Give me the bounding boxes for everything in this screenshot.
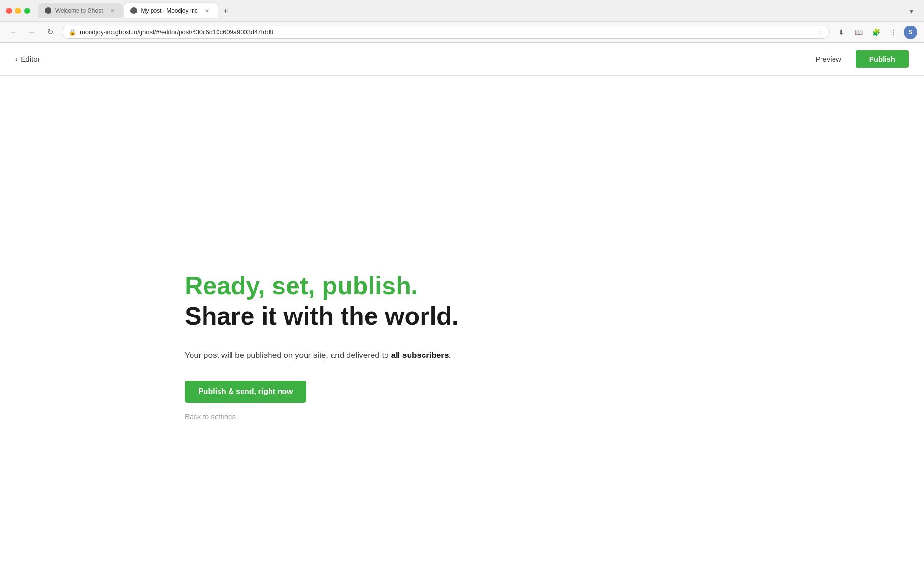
description-suffix: . <box>449 351 451 360</box>
extensions-icon[interactable]: 🧩 <box>869 26 883 39</box>
browser-menu-icon[interactable]: ⋮ <box>886 26 900 39</box>
address-bar: ← → ↻ 🔒 moodjoy-inc.ghost.io/ghost/#/edi… <box>0 21 924 42</box>
header-actions: Preview Publish <box>808 50 909 68</box>
maximize-button[interactable] <box>24 8 30 14</box>
browser-chrome: Welcome to Ghost ✕ My post - Moodjoy Inc… <box>0 0 924 43</box>
new-tab-button[interactable]: + <box>219 4 232 18</box>
title-bar: Welcome to Ghost ✕ My post - Moodjoy Inc… <box>0 0 924 21</box>
tabs-container: Welcome to Ghost ✕ My post - Moodjoy Inc… <box>38 3 918 18</box>
tab-2-close-icon[interactable]: ✕ <box>204 7 211 14</box>
tab-my-post[interactable]: My post - Moodjoy Inc ✕ <box>124 3 218 18</box>
publish-button[interactable]: Publish <box>856 50 909 68</box>
ghost-favicon-icon <box>45 7 51 14</box>
tab-list-button[interactable]: ▾ <box>905 4 918 18</box>
reload-button[interactable]: ↻ <box>43 26 57 39</box>
tab-2-label: My post - Moodjoy Inc <box>141 7 197 14</box>
description-text: Your post will be published on your site… <box>185 349 451 362</box>
tab-welcome-to-ghost[interactable]: Welcome to Ghost ✕ <box>38 3 123 18</box>
app-header: ‹ Editor Preview Publish <box>0 43 924 76</box>
bookmark-star-icon: ☆ <box>817 28 822 36</box>
tab-list-icon: ▾ <box>910 7 913 16</box>
close-button[interactable] <box>6 8 12 14</box>
url-text: moodjoy-inc.ghost.io/ghost/#/editor/post… <box>80 28 813 36</box>
description-prefix: Your post will be published on your site… <box>185 351 391 360</box>
window-controls <box>6 8 30 14</box>
tab-1-label: Welcome to Ghost <box>55 7 103 14</box>
minimize-button[interactable] <box>15 8 21 14</box>
bookmark-icon[interactable]: 📖 <box>852 26 865 39</box>
publish-send-button[interactable]: Publish & send, right now <box>185 381 306 403</box>
downloads-icon[interactable]: ⬇ <box>834 26 848 39</box>
editor-back-link[interactable]: ‹ Editor <box>15 55 40 64</box>
description-bold: all subscribers <box>391 351 449 360</box>
tab-1-close-icon[interactable]: ✕ <box>108 7 116 14</box>
back-nav-button[interactable]: ← <box>7 26 20 39</box>
headline-black: Share it with the world. <box>185 302 459 330</box>
address-actions: ⬇ 📖 🧩 ⋮ S <box>834 26 917 39</box>
url-bar[interactable]: 🔒 moodjoy-inc.ghost.io/ghost/#/editor/po… <box>62 26 830 39</box>
editor-back-label: Editor <box>21 55 39 63</box>
headline-green: Ready, set, publish. <box>185 272 418 300</box>
back-chevron-icon: ‹ <box>15 55 18 64</box>
post-favicon-icon <box>130 7 137 14</box>
forward-nav-button[interactable]: → <box>25 26 38 39</box>
user-avatar[interactable]: S <box>904 26 917 39</box>
lock-icon: 🔒 <box>69 29 76 36</box>
main-content: Ready, set, publish. Share it with the w… <box>0 76 924 578</box>
back-to-settings-link[interactable]: Back to settings <box>185 412 236 420</box>
preview-button[interactable]: Preview <box>808 51 847 67</box>
